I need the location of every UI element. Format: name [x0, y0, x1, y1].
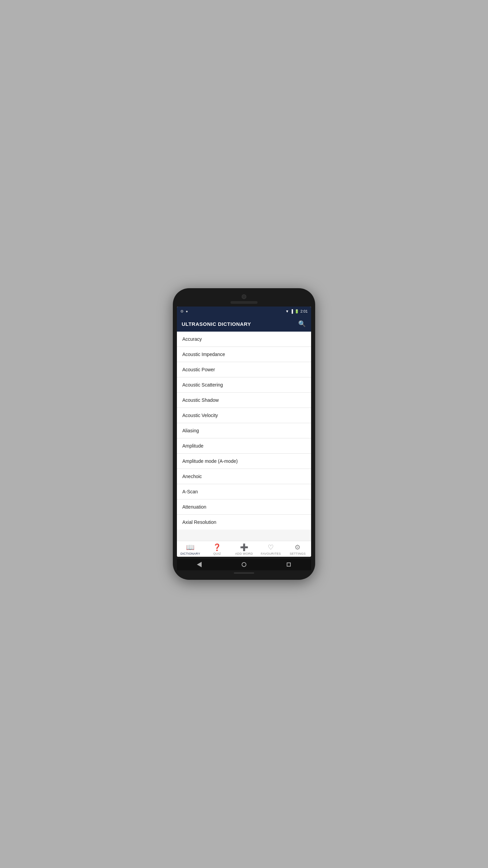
list-item[interactable]: Acoustic Velocity [177, 408, 311, 423]
dictionary-list[interactable]: AccuracyAcoustic ImpedanceAcoustic Power… [177, 332, 311, 541]
list-item[interactable]: Acoustic Impedance [177, 347, 311, 362]
phone-camera [242, 294, 246, 299]
time-display: 2:01 [301, 309, 308, 313]
phone-frame: ⚙ ● ▼ ▐ 🔋 2:01 ULTRASONIC DICTIONARY 🔍 A… [173, 288, 315, 580]
nav-item-add-word[interactable]: ➕ ADD WORD [230, 543, 257, 555]
circle-icon: ● [186, 309, 188, 313]
app-header: ULTRASONIC DICTIONARY 🔍 [177, 316, 311, 332]
list-item[interactable]: Accuracy [177, 332, 311, 347]
android-nav-bar [177, 559, 311, 570]
phone-bottom-bar [234, 572, 254, 574]
search-button[interactable]: 🔍 [298, 319, 306, 328]
dictionary-nav-label: DICTIONARY [180, 552, 200, 555]
phone-screen: ⚙ ● ▼ ▐ 🔋 2:01 ULTRASONIC DICTIONARY 🔍 A… [177, 307, 311, 557]
list-item[interactable]: Acoustic Scattering [177, 377, 311, 393]
nav-item-favourites[interactable]: ♡ FAVOURITES [258, 543, 284, 555]
quiz-icon: ❓ [213, 543, 221, 551]
list-item[interactable]: Aliasing [177, 423, 311, 438]
back-button[interactable] [196, 561, 202, 568]
bottom-nav: 📖 DICTIONARY ❓ QUIZ ➕ ADD WORD ♡ FAVOURI… [177, 541, 311, 557]
favourites-nav-label: FAVOURITES [261, 552, 281, 555]
status-left: ⚙ ● [180, 309, 188, 314]
nav-item-dictionary[interactable]: 📖 DICTIONARY [177, 543, 204, 555]
add-word-nav-label: ADD WORD [235, 552, 253, 555]
favourites-icon: ♡ [268, 543, 274, 551]
list-item[interactable]: Axial Resolution [177, 515, 311, 530]
app-title: ULTRASONIC DICTIONARY [182, 321, 251, 327]
phone-speaker [230, 301, 258, 304]
nav-item-quiz[interactable]: ❓ QUIZ [204, 543, 230, 555]
recents-button[interactable] [286, 561, 292, 568]
wifi-icon: ▼ [285, 309, 289, 313]
list-item[interactable]: Amplitude [177, 438, 311, 454]
list-item[interactable]: Attenuation [177, 499, 311, 515]
quiz-nav-label: QUIZ [213, 552, 221, 555]
status-right: ▼ ▐ 🔋 2:01 [285, 309, 308, 314]
gear-icon: ⚙ [180, 309, 184, 314]
list-item[interactable]: Acoustic Power [177, 362, 311, 377]
search-icon: 🔍 [298, 320, 306, 327]
settings-icon: ⚙ [294, 543, 301, 551]
list-item[interactable]: Amplitude mode (A-mode) [177, 454, 311, 469]
battery-icon: 🔋 [294, 309, 299, 314]
dictionary-icon: 📖 [186, 543, 195, 551]
home-button[interactable] [241, 561, 247, 568]
list-item[interactable]: A-Scan [177, 484, 311, 499]
add-word-icon: ➕ [240, 543, 248, 551]
signal-icon: ▐ [290, 309, 293, 313]
settings-nav-label: SETTINGS [290, 552, 306, 555]
list-item[interactable]: Anechoic [177, 469, 311, 484]
nav-item-settings[interactable]: ⚙ SETTINGS [284, 543, 311, 555]
list-item[interactable]: Acoustic Shadow [177, 393, 311, 408]
status-bar: ⚙ ● ▼ ▐ 🔋 2:01 [177, 307, 311, 316]
